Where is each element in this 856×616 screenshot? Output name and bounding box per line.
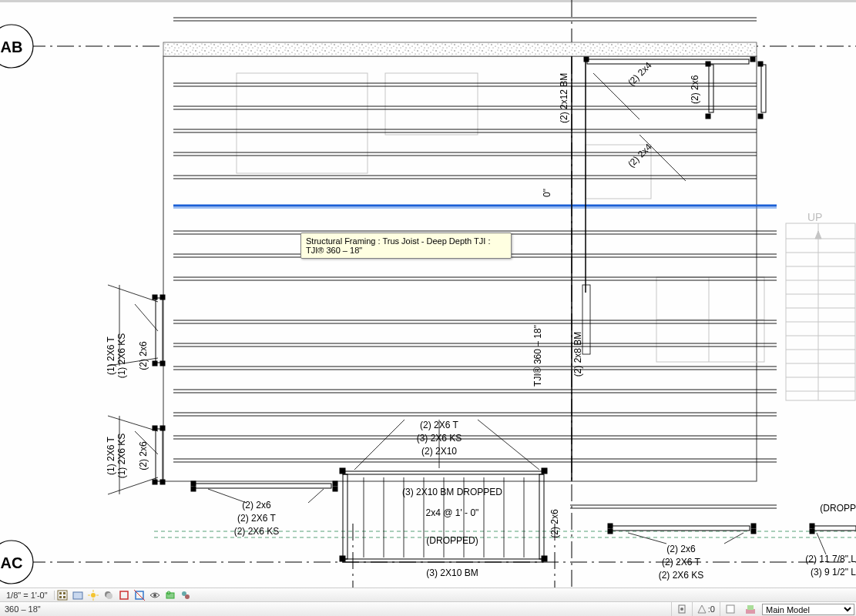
svg-text:(1) 2X6 T: (1) 2X6 T xyxy=(106,436,116,474)
view-control-bar: 1/8" = 1'-0" xyxy=(0,588,856,602)
svg-rect-18 xyxy=(163,56,757,481)
svg-rect-93 xyxy=(191,487,196,491)
svg-text:(2) 2x6: (2) 2x6 xyxy=(138,341,149,370)
svg-point-182 xyxy=(680,608,683,611)
svg-rect-6 xyxy=(0,0,856,2)
workset-select[interactable]: Main Model xyxy=(762,604,854,615)
svg-text:(3) 2X6 KS: (3) 2X6 KS xyxy=(417,433,462,444)
svg-text:UP: UP xyxy=(807,211,822,223)
svg-rect-85 xyxy=(156,429,163,481)
editable-only-icon[interactable] xyxy=(720,602,740,616)
svg-rect-95 xyxy=(343,471,543,474)
svg-text:(3)  2X10 BM: (3) 2X10 BM xyxy=(426,567,478,578)
svg-rect-186 xyxy=(747,605,754,610)
svg-text:2x4 @ 1' - 0": 2x4 @ 1' - 0" xyxy=(426,507,479,518)
svg-rect-120 xyxy=(587,59,749,64)
visual-style-icon[interactable] xyxy=(71,589,85,601)
svg-rect-19 xyxy=(163,42,757,56)
constraint-indicator[interactable]: :0 xyxy=(693,602,720,616)
reveal-hidden-icon[interactable] xyxy=(163,589,177,601)
grid-bubble-ab: AB xyxy=(0,25,33,68)
status-bar: 360 – 18" :0 Main Model xyxy=(0,601,856,616)
svg-rect-127 xyxy=(706,62,710,66)
detail-level-icon[interactable] xyxy=(55,589,69,601)
svg-text:(3)  2X10 BM DROPPED: (3) 2X10 BM DROPPED xyxy=(402,487,502,497)
svg-text:(2) 2X6 T: (2) 2X6 T xyxy=(237,513,276,524)
workset-icon[interactable] xyxy=(740,602,760,616)
svg-text:(1) 2X6 KS: (1) 2X6 KS xyxy=(116,434,127,479)
selected-joist[interactable] xyxy=(173,206,777,208)
worksharing-display-icon[interactable] xyxy=(179,589,193,601)
svg-rect-122 xyxy=(750,57,755,62)
svg-rect-81 xyxy=(153,295,157,300)
svg-rect-102 xyxy=(539,474,544,559)
svg-text:(2) 2x6: (2) 2x6 xyxy=(690,75,700,104)
svg-rect-91 xyxy=(191,481,196,486)
svg-text:AC: AC xyxy=(1,554,23,571)
element-tooltip: Structural Framing : Trus Joist - Deep D… xyxy=(300,233,512,259)
svg-rect-22 xyxy=(385,73,478,135)
svg-rect-126 xyxy=(758,114,763,119)
svg-rect-162 xyxy=(63,592,65,594)
svg-rect-160 xyxy=(58,591,67,600)
drawing-canvas[interactable]: AB AC xyxy=(0,0,856,588)
svg-rect-117 xyxy=(813,526,856,531)
crop-view-icon[interactable] xyxy=(117,589,131,601)
svg-rect-119 xyxy=(810,529,814,534)
svg-text:(DROPP: (DROPP xyxy=(820,503,856,514)
svg-text:(2) 2x6: (2) 2x6 xyxy=(666,544,696,554)
svg-rect-80 xyxy=(156,298,163,363)
grid-bubble-ac: AC xyxy=(0,541,33,584)
svg-rect-87 xyxy=(153,480,157,484)
svg-text:(2) 2X6 KS: (2) 2X6 KS xyxy=(659,570,704,581)
svg-rect-96 xyxy=(340,468,345,474)
svg-rect-98 xyxy=(343,559,543,562)
svg-point-176 xyxy=(153,594,156,597)
svg-text:(2) 2X6 T: (2) 2X6 T xyxy=(420,420,458,430)
svg-rect-125 xyxy=(758,62,763,66)
status-message: 360 – 18" xyxy=(0,604,671,614)
svg-point-166 xyxy=(91,593,96,598)
view-scale[interactable]: 1/8" = 1'-0" xyxy=(0,591,55,600)
svg-text:(2) 2x12 BM: (2) 2x12 BM xyxy=(559,73,569,123)
svg-rect-84 xyxy=(160,361,165,366)
svg-rect-112 xyxy=(611,526,750,531)
svg-point-180 xyxy=(185,594,190,599)
sun-path-icon[interactable] xyxy=(86,589,100,601)
svg-rect-113 xyxy=(608,524,613,528)
svg-text:(DROPPED): (DROPPED) xyxy=(426,535,478,546)
svg-rect-27 xyxy=(786,223,855,400)
svg-rect-94 xyxy=(333,487,337,491)
svg-rect-83 xyxy=(160,295,165,300)
svg-text:(2) 11 7/8" L: (2) 11 7/8" L xyxy=(805,554,856,564)
svg-rect-184 xyxy=(727,605,734,613)
svg-text:(1) 2X6 KS: (1) 2X6 KS xyxy=(116,333,127,379)
svg-text:(1) 2X6 T: (1) 2X6 T xyxy=(106,336,116,374)
shadows-icon[interactable] xyxy=(102,589,116,601)
svg-rect-88 xyxy=(160,426,165,430)
svg-text:(2) 2x8 BM: (2) 2x8 BM xyxy=(572,332,583,377)
svg-text:(2) 2X10: (2) 2X10 xyxy=(421,446,457,457)
svg-rect-92 xyxy=(333,481,337,486)
svg-rect-123 xyxy=(761,65,766,112)
svg-rect-97 xyxy=(542,468,547,474)
press-drag-icon[interactable] xyxy=(672,602,692,616)
svg-text:(2) 2x6: (2) 2x6 xyxy=(549,509,560,538)
svg-text:(2) 2X6 KS: (2) 2X6 KS xyxy=(234,526,280,537)
svg-text:0": 0" xyxy=(542,189,552,197)
svg-text:(2) 2x6: (2) 2x6 xyxy=(242,500,271,511)
svg-rect-101 xyxy=(343,474,347,559)
svg-text:(3) 9 1/2" L: (3) 9 1/2" L xyxy=(811,567,856,578)
svg-rect-164 xyxy=(63,596,65,598)
svg-rect-165 xyxy=(73,592,82,599)
svg-rect-163 xyxy=(59,596,62,598)
svg-rect-79 xyxy=(582,285,590,354)
drawing-svg: AB AC xyxy=(0,0,856,588)
svg-rect-82 xyxy=(153,361,157,366)
svg-rect-89 xyxy=(160,480,165,484)
svg-marker-183 xyxy=(698,605,706,613)
svg-rect-124 xyxy=(709,65,713,112)
temp-hide-icon[interactable] xyxy=(148,589,162,601)
crop-region-visible-icon[interactable] xyxy=(133,589,146,601)
svg-rect-161 xyxy=(59,592,62,594)
